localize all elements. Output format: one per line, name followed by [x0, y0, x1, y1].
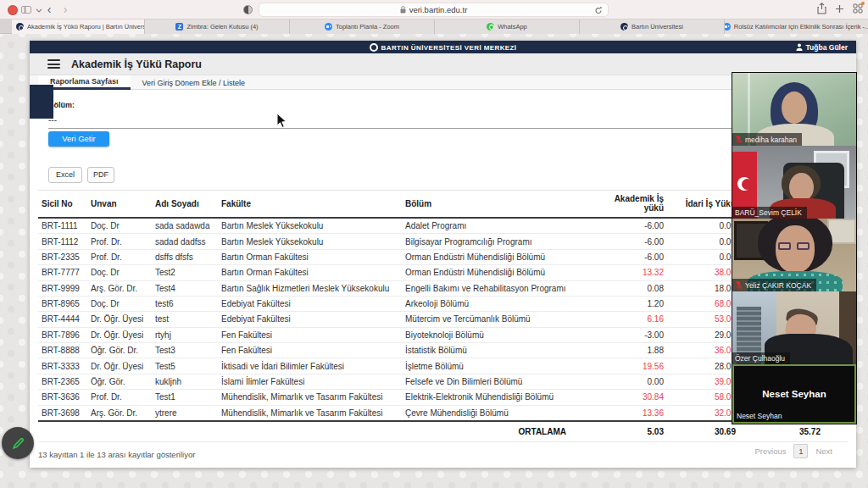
reload-icon[interactable] [594, 6, 603, 15]
header-sicil-no: Sicil No [38, 191, 87, 219]
cell-idari: 38.00 [667, 265, 739, 280]
next-page-button[interactable]: Next [815, 446, 832, 456]
table-row: BRT-9999 Arş. Gör. Dr. Test4 Bartın Sağl… [38, 280, 848, 296]
brand: BARTIN ÜNİVERSİTESİ VERİ MERKEZİ [30, 43, 856, 52]
cell-ad: sadad dadfss [152, 234, 218, 249]
video-tile-yeliz-cakir-kocak[interactable]: Yeliz ÇAKIR KOÇAK [732, 219, 856, 291]
cell-bolum: Engelli Bakımı ve Rehabilitasyon Program… [402, 280, 595, 296]
previous-page-button[interactable]: Previous [754, 446, 786, 456]
cell-unvan: Dr. Öğr. Üyesi [87, 327, 152, 342]
table-body: BRT-1111 Doç. Dr sada sadawda Bartın Mes… [38, 218, 848, 421]
cell-unvan: Prof. Dr. [87, 234, 152, 249]
cell-akademik: 13.32 [595, 265, 667, 280]
cell-akademik: 30.84 [595, 390, 667, 405]
cell-ad: Test3 [152, 343, 218, 358]
forward-button[interactable]: › [58, 2, 72, 17]
share-icon[interactable] [817, 3, 826, 14]
user-name: Tuğba Güler [806, 43, 848, 52]
video-off-display-name: Neset Seyhan [762, 389, 826, 399]
cell-unvan: Prof. Dr. [87, 249, 152, 264]
header-fakulte: Fakülte [218, 191, 402, 219]
cell-idari: 0.00 [667, 218, 739, 234]
table-summary-row: ORTALAMA 5.03 30.69 35.72 [38, 421, 848, 442]
excel-export-button[interactable]: Excel [48, 167, 82, 183]
cell-idari: 0.00 [667, 249, 739, 264]
browser-tab-zoom-content[interactable]: Rolsüz Katılımcılar için Etkinlik Sonras… [724, 19, 868, 34]
cell-akademik: 0.08 [595, 280, 667, 296]
pdf-export-button[interactable]: PDF [87, 167, 114, 183]
bolum-select[interactable]: --- [48, 115, 846, 129]
cell-unvan: Dr. Öğr. Üyesi [87, 358, 152, 374]
header-akademik-is-yuku: Akademik İş yükü [595, 191, 667, 219]
participant-name-label: Yeliz ÇAKIR KOÇAK [732, 279, 816, 291]
annotation-pencil-button[interactable] [2, 427, 34, 459]
table-row: BRT-2335 Prof. Dr. dsffs dfsfs Bartın Or… [38, 249, 848, 264]
user-menu[interactable]: Tuğba Güler [796, 41, 848, 53]
browser-tab-bartin[interactable]: Bartın Üniversitesi [579, 19, 724, 34]
chevron-down-icon[interactable] [36, 8, 42, 13]
cell-fakulte: Bartın Orman Fakültesi [218, 249, 402, 264]
cell-bolum: Felsefe ve Din Bilimleri Bölümü [402, 374, 595, 389]
window-close-button[interactable] [8, 5, 18, 15]
header-unvan: Unvan [87, 191, 152, 219]
cell-bolum: Orman Endüstri Mühendisliği Bölümü [402, 265, 595, 280]
browser-tab-active[interactable]: Akademik İş Yükü Raporu | Bartın Ünivers… [12, 19, 144, 34]
cell-fakulte: Edebiyat Fakültesi [218, 296, 402, 311]
video-tile-sevim-celik[interactable]: BARÜ_Sevim ÇELİK [732, 146, 856, 219]
cell-idari: 28.00 [667, 358, 739, 374]
browser-tab-zoom-plan[interactable]: Toplantı Planla - Zoom [289, 19, 434, 34]
cell-akademik: 6.16 [595, 312, 667, 327]
veri-getir-button[interactable]: Veri Getir [48, 131, 109, 147]
cell-sicil: BRT-3698 [38, 405, 87, 421]
browser-tab-whatsapp[interactable]: WhatsApp [434, 19, 579, 34]
cell-idari: 53.00 [667, 312, 739, 327]
cell-fakulte: Bartın Meslek Yüksekokulu [218, 218, 402, 234]
cell-unvan: Öğr. Gör. Dr. [87, 343, 152, 358]
privacy-shield-icon[interactable] [243, 5, 253, 14]
browser-titlebar: ‹ › veri.bartin.edu.tr [0, 0, 868, 19]
cell-sicil: BRT-8965 [38, 296, 87, 311]
video-tile-neset-seyhan[interactable]: Neset Seyhan Neset Seyhan [732, 364, 856, 424]
video-tile-ozer-culhaoglu[interactable]: Özer Çulhaoğlu [732, 291, 856, 364]
pagination: Previous 1 Next [754, 444, 832, 458]
browser-tab-zimbra[interactable]: Zimbra: Gelen Kutusu (4) [144, 19, 289, 34]
video-tile-mediha-karahan[interactable]: mediha karahan [732, 73, 856, 146]
pencil-icon [11, 436, 25, 451]
header-idari-is-yuku: İdari İş Yükü [667, 191, 739, 219]
table-row: BRT-3698 Arş. Gör. Dr. ytrere Mühendisli… [38, 405, 848, 421]
cell-fakulte: Bartın Sağlık Hizmetleri Meslek Yüksekok… [218, 280, 402, 296]
cell-fakulte: Mühendislik, Mimarlık ve Tasarım Fakülte… [218, 390, 402, 405]
university-logo-icon [370, 43, 378, 52]
cell-ad: Test5 [152, 358, 218, 374]
glasses-icon [797, 242, 810, 250]
address-bar[interactable]: veri.bartin.edu.tr [259, 3, 609, 17]
tab-veri-giris-donem[interactable]: Veri Giriş Dönem Ekle / Listele [131, 75, 258, 90]
cell-ad: Test2 [152, 265, 218, 280]
cell-bolum: Adalet Programı [402, 218, 595, 234]
cell-bolum: Mütercim ve Tercümanlık Bölümü [402, 312, 595, 327]
participant-name-label: Özer Çulhaoğlu [732, 352, 790, 364]
table-row: BRT-8965 Doç. Dr test6 Edebiyat Fakültes… [38, 296, 848, 311]
muted-mic-icon [735, 280, 743, 290]
cell-bolum: Orman Endüstri Mühendisliği Bölümü [402, 249, 595, 264]
cell-ad: sada sadawda [152, 218, 218, 234]
table-row: BRT-4444 Dr. Öğr. Üyesi test Edebiyat Fa… [38, 312, 848, 327]
cell-bolum: Elektrik-Elektronik Mühendisliği Bölümü [402, 390, 595, 405]
cell-sicil: BRT-1111 [38, 218, 87, 234]
cell-akademik: -6.00 [595, 218, 667, 234]
hamburger-menu-icon[interactable] [47, 59, 60, 69]
cell-akademik: 1.88 [595, 343, 667, 358]
cell-unvan: Doç. Dr [87, 218, 152, 234]
sidebar-toggle-icon[interactable] [21, 6, 31, 14]
back-button[interactable]: ‹ [42, 2, 56, 17]
cell-sicil: BRT-2365 [38, 374, 87, 389]
cell-sicil: BRT-7896 [38, 327, 87, 342]
recording-indicator-dot [861, 2, 865, 5]
cell-ad: Test1 [152, 390, 218, 405]
new-tab-icon[interactable] [835, 4, 844, 14]
page-1-button[interactable]: 1 [793, 444, 808, 458]
cell-bolum: İstatistik Bölümü [402, 343, 595, 358]
cell-sicil: BRT-3636 [38, 390, 87, 405]
header-adi-soyadi: Adı Soyadı [152, 191, 218, 219]
cell-ad: rtyhj [152, 327, 218, 342]
